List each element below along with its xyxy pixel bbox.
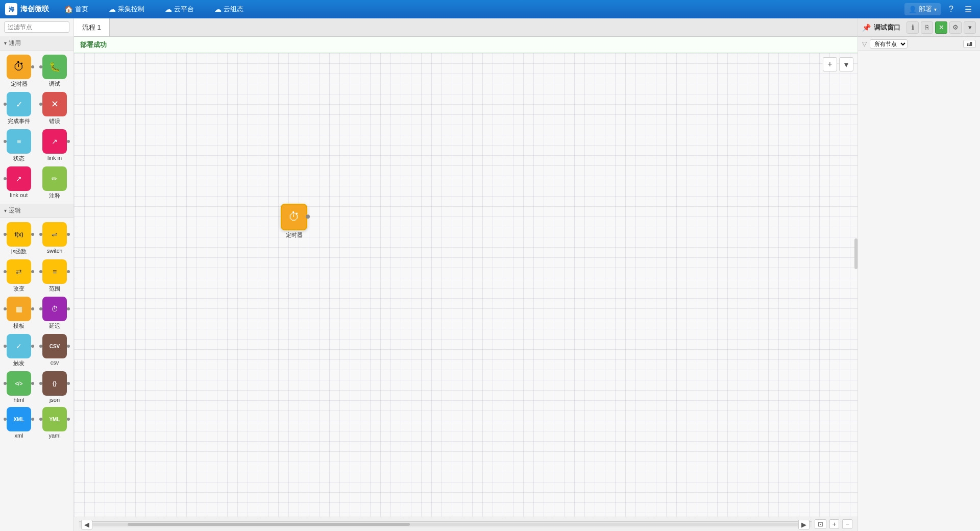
linkout-label: link out: [10, 192, 28, 198]
linkout-icon: ↗: [7, 166, 31, 191]
node-jsfunc[interactable]: f(x) js函数: [2, 221, 36, 256]
panel-settings-btn[interactable]: ⚙: [949, 21, 962, 34]
node-switch[interactable]: ⇌ switch: [38, 221, 71, 256]
node-csv[interactable]: CSV csv: [38, 333, 71, 368]
canvas-node-timer[interactable]: ⏱ 定时器: [281, 204, 307, 239]
nav-cloud[interactable]: ☁ 云平台: [160, 3, 199, 16]
hscroll-bar: ◀ ▶: [79, 521, 812, 527]
logic-arrow: ▾: [4, 208, 7, 213]
menu-btn[interactable]: ☰: [962, 4, 975, 15]
node-status[interactable]: ≡ 状态: [2, 128, 36, 163]
node-range[interactable]: ≡ 范围: [38, 258, 71, 294]
zoom-fit-btn[interactable]: ⊡: [815, 519, 826, 529]
panel-info-btn[interactable]: ℹ: [906, 21, 919, 34]
node-change[interactable]: ⇄ 改变: [2, 258, 36, 294]
csv-icon: CSV: [42, 334, 67, 358]
state-icon: ☁: [214, 5, 222, 13]
timer-port-right: [31, 65, 34, 68]
node-trigger[interactable]: ✓ 触发: [2, 333, 36, 368]
panel-more-btn[interactable]: ▾: [964, 21, 976, 34]
scroll-right-btn[interactable]: ▶: [798, 520, 810, 529]
tab-flow1[interactable]: 流程 1: [74, 18, 110, 36]
node-complete[interactable]: ✓ 完成事件: [2, 91, 36, 126]
search-input[interactable]: [4, 21, 69, 33]
delay-port-right: [67, 307, 70, 310]
html-port-right: [31, 382, 34, 385]
nav-right: 👤 部署 ▾ ? ☰: [904, 3, 975, 15]
node-linkin[interactable]: ↗ link in: [38, 128, 71, 163]
nav-state[interactable]: ☁ 云组态: [209, 3, 249, 16]
scroll-handle[interactable]: [854, 238, 857, 269]
section-general[interactable]: ▾ 通用: [0, 36, 74, 51]
linkin-port-right: [67, 140, 70, 143]
jsfunc-label: js函数: [11, 248, 27, 255]
xml-port-right: [31, 418, 34, 421]
node-linkout[interactable]: ↗ link out: [2, 165, 36, 201]
filter-all-btn[interactable]: all: [963, 40, 976, 48]
right-panel-filter: ▽ 所有节点 all: [858, 37, 980, 51]
node-json[interactable]: {} json: [38, 370, 71, 404]
node-yaml[interactable]: YML yaml: [38, 406, 71, 440]
change-icon: ⇄: [7, 259, 31, 284]
cloud-icon: ☁: [165, 5, 172, 13]
left-sidebar: ▾ 通用 ⏱ 定时器 🐛 调试: [0, 18, 74, 531]
node-comment[interactable]: ✏ 注释: [38, 165, 71, 201]
canvas-area[interactable]: + ▾ ⏱ 定时器: [74, 53, 857, 517]
nav-home[interactable]: 🏠 首页: [59, 3, 93, 16]
general-label: 通用: [9, 39, 21, 47]
main-layout: ▾ 通用 ⏱ 定时器 🐛 调试: [0, 18, 980, 531]
nav-state-label: 云组态: [224, 5, 243, 14]
complete-icon: ✓: [7, 92, 31, 116]
home-icon: 🏠: [64, 5, 73, 13]
panel-copy-btn[interactable]: ⎘: [921, 21, 933, 34]
logo-icon: 海: [5, 3, 17, 15]
section-logic[interactable]: ▾ 逻辑: [0, 204, 74, 218]
logo-text: 海创微联: [20, 5, 49, 14]
canvas-add-btn[interactable]: +: [823, 57, 837, 71]
user-dropdown[interactable]: 👤 部署 ▾: [904, 3, 941, 15]
node-debug[interactable]: 🐛 调试: [38, 54, 71, 89]
help-btn[interactable]: ?: [946, 4, 957, 15]
hscroll-thumb[interactable]: [128, 523, 410, 526]
nav-collect-label: 采集控制: [118, 5, 144, 14]
filter-select[interactable]: 所有节点: [870, 39, 908, 49]
switch-label: switch: [47, 248, 63, 254]
scroll-left-btn[interactable]: ◀: [81, 520, 92, 529]
node-xml[interactable]: XML xml: [2, 406, 36, 440]
logic-nodes: f(x) js函数 ⇌ switch ⇄: [0, 218, 74, 443]
main-content: 流程 1 部署成功 + ▾ ⏱ 定时器: [74, 18, 857, 531]
node-delay[interactable]: ⏱ 延迟: [38, 296, 71, 331]
html-label: html: [14, 397, 24, 403]
comment-label: 注释: [49, 192, 60, 200]
change-port-right: [31, 270, 34, 273]
template-icon: ▦: [7, 297, 31, 321]
node-template[interactable]: ▦ 模板: [2, 296, 36, 331]
search-box: [0, 18, 74, 36]
panel-clear-btn[interactable]: ✕: [935, 21, 947, 34]
node-html[interactable]: </> html: [2, 370, 36, 404]
right-panel-header: 📌 调试窗口 ℹ ⎘ ✕ ⚙ ▾: [858, 18, 980, 37]
jsfunc-icon: f(x): [7, 222, 31, 247]
panel-icons: ℹ ⎘ ✕ ⚙ ▾: [906, 21, 976, 34]
complete-label: 完成事件: [8, 117, 30, 125]
status-icon: ≡: [7, 129, 31, 154]
zoom-out-btn[interactable]: −: [842, 519, 852, 529]
timer-label: 定时器: [11, 80, 28, 88]
node-timer[interactable]: ⏱ 定时器: [2, 54, 36, 89]
debug-icon: 🐛: [42, 55, 67, 79]
nav-cloud-label: 云平台: [174, 5, 194, 14]
canvas-timer-icon: ⏱: [281, 204, 307, 230]
linkin-label: link in: [47, 155, 62, 161]
debug-title: 调试窗口: [874, 23, 903, 32]
linkin-icon: ↗: [42, 129, 67, 154]
filter-funnel-icon: ▽: [862, 40, 867, 47]
nav-collect[interactable]: ☁ 采集控制: [104, 3, 150, 16]
comment-icon: ✏: [42, 166, 67, 191]
zoom-in-btn[interactable]: +: [829, 519, 840, 529]
yaml-icon: YML: [42, 407, 67, 431]
canvas-dropdown-btn[interactable]: ▾: [839, 57, 853, 71]
tabs-bar: 流程 1: [74, 18, 857, 37]
hscroll-track: [92, 523, 798, 526]
node-error[interactable]: ✕ 错误: [38, 91, 71, 126]
csv-label: csv: [51, 359, 59, 366]
